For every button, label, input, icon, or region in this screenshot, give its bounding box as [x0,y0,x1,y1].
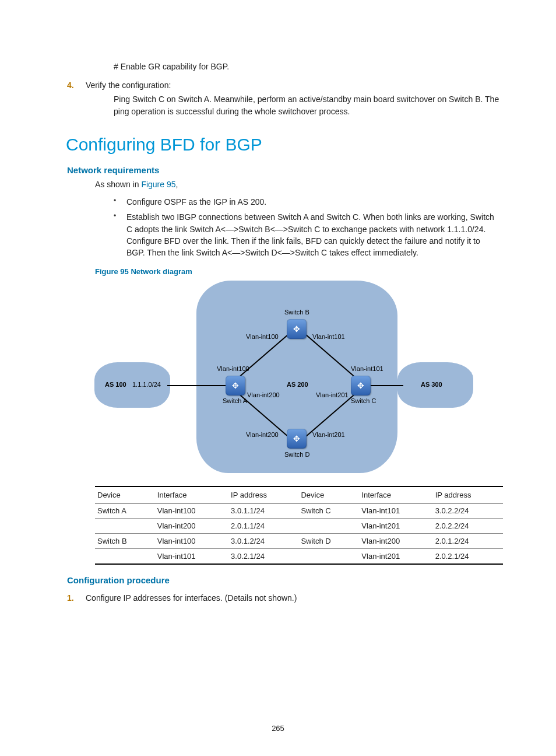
cell [95,518,155,533]
th-device2: Device [298,487,359,503]
bullet-ospf: Configure OSPF as the IGP in AS 200. [114,196,501,208]
th-interface2: Interface [359,487,432,503]
intro-post: , [176,180,178,189]
vlan201-c-label: Vlan-int201 [316,391,349,398]
netreq-intro: As shown in Figure 95, [95,178,501,190]
vlan100-b-label: Vlan-int100 [246,333,279,340]
network-diagram: AS 100 1.1.1.0/24 AS 200 AS 300 ✥ Switch… [67,281,501,479]
table-row: Vlan-int200 2.0.1.1/24 Vlan-int201 2.0.2… [95,518,503,533]
cell: Vlan-int201 [359,548,432,564]
switch-b-label: Switch B [284,309,309,316]
cell: 3.0.2.1/24 [228,548,298,564]
switch-arrows-icon: ✥ [232,382,239,390]
step-number: 1. [67,593,86,603]
vlan101-c-label: Vlan-int101 [351,365,383,372]
cell [298,518,359,533]
intro-pre: As shown in [95,180,141,189]
switch-arrows-icon: ✥ [357,382,364,390]
step-1: 1. Configure IP addresses for interfaces… [67,593,501,603]
switch-c-label: Switch C [351,397,376,404]
cell: Vlan-int100 [155,503,228,518]
step-text: Configure IP addresses for interfaces. (… [86,593,297,603]
cell [298,548,359,564]
as100-label: AS 100 [105,381,126,388]
switch-d-icon: ✥ [287,429,307,449]
cell: 2.0.1.1/24 [228,518,298,533]
cell: 2.0.2.2/24 [433,518,503,533]
page-number: 265 [0,724,556,733]
cell: Vlan-int200 [155,518,228,533]
cell: Vlan-int101 [359,503,432,518]
table-row: Switch B Vlan-int100 3.0.1.2/24 Switch D… [95,533,503,548]
figure-caption: Figure 95 Network diagram [95,267,501,276]
configuration-procedure-heading: Configuration procedure [67,575,501,585]
table-row: Vlan-int101 3.0.2.1/24 Vlan-int201 2.0.2… [95,548,503,564]
step-4: 4. Verify the configuration: [67,80,501,90]
cell: 2.0.2.1/24 [433,548,503,564]
cell: Switch D [298,533,359,548]
th-ip: IP address [228,487,298,503]
cell: 2.0.1.2/24 [433,533,503,548]
cell: Vlan-int200 [359,533,432,548]
cell: Switch C [298,503,359,518]
vlan101-b-label: Vlan-int101 [312,333,345,340]
cell: 3.0.2.2/24 [433,503,503,518]
switch-c-icon: ✥ [351,376,371,396]
switch-a-label: Switch A [223,397,247,404]
figure-95-link[interactable]: Figure 95 [141,180,175,189]
as200-label: AS 200 [287,381,308,388]
cell: Switch A [95,503,155,518]
cell: Switch B [95,533,155,548]
cell: 3.0.1.1/24 [228,503,298,518]
page-title: Configuring BFD for BGP [66,135,501,155]
vlan100-a-label: Vlan-int100 [217,365,249,372]
vlan201-d-label: Vlan-int201 [312,431,345,438]
th-ip2: IP address [433,487,503,503]
cell: Vlan-int101 [155,548,228,564]
net100-label: 1.1.1.0/24 [132,381,161,388]
ip-address-table: Device Interface IP address Device Inter… [95,486,503,565]
step-4-body: Ping Switch C on Switch A. Meanwhile, pe… [114,93,501,117]
th-interface: Interface [155,487,228,503]
as300-label: AS 300 [421,381,442,388]
th-device: Device [95,487,155,503]
vlan200-d-label: Vlan-int200 [246,431,279,438]
cell [95,548,155,564]
cell: Vlan-int100 [155,533,228,548]
table-row: Switch A Vlan-int100 3.0.1.1/24 Switch C… [95,503,503,518]
step-number: 4. [67,80,86,90]
switch-arrows-icon: ✥ [293,435,300,443]
switch-d-label: Switch D [284,451,309,458]
switch-b-icon: ✥ [287,319,307,339]
enable-gr-text: # Enable GR capability for BGP. [114,61,501,72]
bullet-ibgp: Establish two IBGP connections between S… [114,211,501,258]
step-text: Verify the configuration: [86,80,171,90]
network-requirements-heading: Network requirements [67,165,501,175]
table-header-row: Device Interface IP address Device Inter… [95,487,503,503]
cell: 3.0.1.2/24 [228,533,298,548]
switch-a-icon: ✥ [226,376,245,396]
vlan200-a-label: Vlan-int200 [247,391,280,398]
cell: Vlan-int201 [359,518,432,533]
switch-arrows-icon: ✥ [293,325,300,333]
